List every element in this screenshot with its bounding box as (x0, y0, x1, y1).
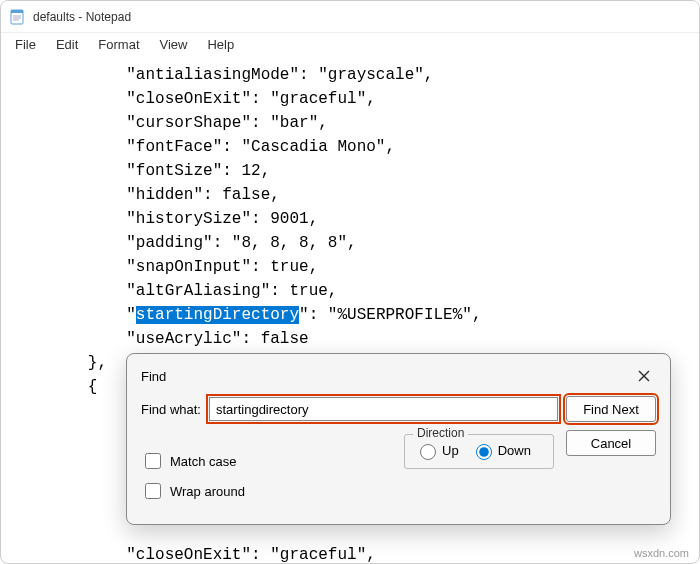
wrap-around-label: Wrap around (170, 484, 245, 499)
editor-line: "fontSize": 12, (11, 159, 689, 183)
editor-line: "closeOnExit": "graceful", (11, 543, 689, 563)
direction-down-label: Down (498, 443, 531, 458)
find-dialog: Find Find what: Find Next Match case (126, 353, 671, 525)
find-what-label: Find what: (141, 402, 201, 417)
cancel-button[interactable]: Cancel (566, 430, 656, 456)
menu-file[interactable]: File (5, 35, 46, 54)
editor-line: "fontFace": "Cascadia Mono", (11, 135, 689, 159)
editor-line: "altGrAliasing": true, (11, 279, 689, 303)
editor-line: "closeOnExit": "graceful", (11, 87, 689, 111)
direction-down-radio[interactable] (476, 444, 492, 460)
titlebar: defaults - Notepad (1, 1, 699, 33)
menu-help[interactable]: Help (197, 35, 244, 54)
editor-line: "historySize": 9001, (11, 207, 689, 231)
menu-format[interactable]: Format (88, 35, 149, 54)
match-case-checkbox[interactable] (145, 453, 161, 469)
menu-view[interactable]: View (150, 35, 198, 54)
svg-rect-1 (11, 10, 23, 13)
selection-highlight: startingDirectory (136, 306, 299, 324)
find-what-input[interactable] (209, 397, 558, 421)
menubar: File Edit Format View Help (1, 33, 699, 55)
wrap-around-checkbox[interactable] (145, 483, 161, 499)
editor-line: "antialiasingMode": "grayscale", (11, 63, 689, 87)
editor-line: "snapOnInput": true, (11, 255, 689, 279)
editor-line: "useAcrylic": false (11, 327, 689, 351)
notepad-window: defaults - Notepad File Edit Format View… (0, 0, 700, 564)
watermark: wsxdn.com (634, 547, 689, 559)
find-dialog-header: Find (127, 354, 670, 396)
direction-group: Direction Up Down (404, 434, 554, 469)
direction-legend: Direction (413, 426, 468, 440)
editor-line: "cursorShape": "bar", (11, 111, 689, 135)
find-dialog-title: Find (141, 369, 166, 384)
direction-up-radio[interactable] (420, 444, 436, 460)
match-case-label: Match case (170, 454, 236, 469)
menu-edit[interactable]: Edit (46, 35, 88, 54)
editor-line: "hidden": false, (11, 183, 689, 207)
window-title: defaults - Notepad (33, 10, 131, 24)
direction-up-label: Up (442, 443, 459, 458)
notepad-icon (9, 9, 25, 25)
editor-line: "padding": "8, 8, 8, 8", (11, 231, 689, 255)
close-icon[interactable] (632, 364, 656, 388)
editor-line: "startingDirectory": "%USERPROFILE%", (11, 303, 689, 327)
find-next-button[interactable]: Find Next (566, 396, 656, 422)
